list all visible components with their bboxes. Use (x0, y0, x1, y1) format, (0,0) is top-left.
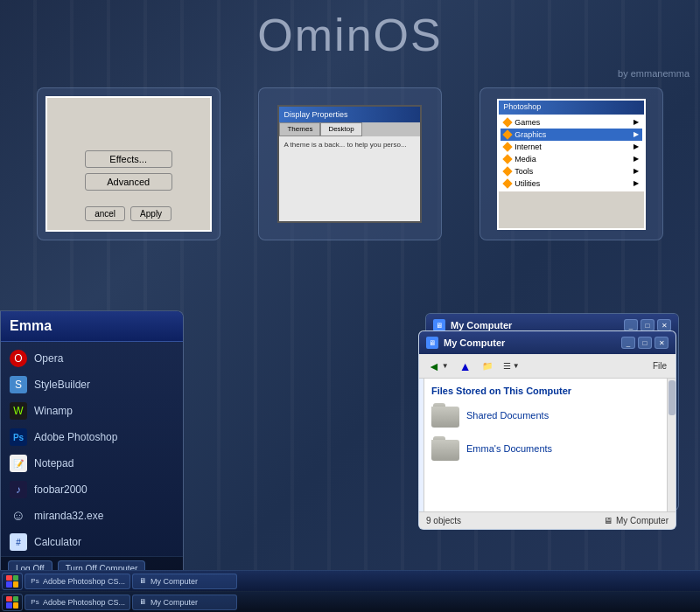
shared-documents-item[interactable]: Shared Documents (431, 403, 660, 428)
photoshop-task-label-2: Adobe Photoshop CS... (43, 598, 125, 607)
windows-logo-1 (6, 575, 18, 588)
mycomputer-icon-status: 🖥 (604, 516, 612, 525)
menu-item-games[interactable]: Games ▶ (500, 116, 642, 129)
diamond-icon-tools (503, 166, 513, 176)
mycomputer-window[interactable]: 🖥 My Computer _ □ ✕ ◄ ▼ ▲ 📁 ☰ ▼ (418, 330, 676, 530)
folders-button[interactable]: 📁 (479, 359, 496, 372)
shared-documents-icon (431, 403, 459, 428)
window-icon-back: 🖥 (433, 319, 445, 331)
menu-item-utilities[interactable]: Utilities ▶ (500, 177, 642, 190)
folder-body-2 (431, 440, 459, 461)
photoshop-task-label-1: Adobe Photoshop CS... (43, 577, 125, 586)
start-menu-item-opera[interactable]: O Opera (1, 345, 183, 372)
start-button-2[interactable] (2, 594, 23, 611)
programs-titlebar: Photoshop (499, 101, 644, 115)
display-properties-title: Display Properties (284, 110, 347, 119)
emma-documents-item[interactable]: Emma's Documents (431, 436, 660, 461)
start-menu-item-photoshop[interactable]: Ps Adobe Photoshop (1, 424, 183, 450)
taskbar-row-2: Ps Adobe Photoshop CS... 🖥 My Computer (0, 591, 700, 612)
taskbar-task-mycomputer-1[interactable]: 🖥 My Computer (132, 574, 237, 589)
shared-documents-label: Shared Documents (466, 410, 549, 421)
diamond-icon-graphics (503, 129, 513, 139)
window-toolbar: ◄ ▼ ▲ 📁 ☰ ▼ File (419, 354, 676, 379)
effects-dialog-preview: Effects... Advanced ancel Apply (46, 96, 212, 232)
menu-item-internet[interactable]: Internet ▶ (500, 141, 642, 153)
apply-button[interactable]: Apply (130, 206, 172, 221)
menu-item-media[interactable]: Media ▶ (500, 153, 642, 165)
opera-label: Opera (34, 352, 63, 365)
up-button[interactable]: ▲ (456, 358, 475, 375)
programs-menu-preview: Photoshop Games ▶ Graphics ▶ (497, 99, 646, 230)
window-statusbar: 9 objects 🖥 My Computer (419, 511, 676, 529)
desktop-tab[interactable]: Desktop (320, 122, 361, 136)
display-content: A theme is a back... to help you perso..… (279, 136, 420, 221)
os-credit: by emmanemma (618, 68, 690, 79)
minimize-button[interactable]: _ (621, 337, 635, 349)
foobar-label: foobar2000 (34, 483, 88, 496)
taskbar-task-photoshop-2[interactable]: Ps Adobe Photoshop CS... (24, 595, 130, 610)
winamp-icon: W (10, 402, 27, 420)
start-menu-item-calculator[interactable]: # Calculator (1, 529, 183, 555)
windows-logo-2 (6, 596, 18, 609)
statusbar-objects: 9 objects (426, 516, 461, 525)
up-arrow-icon: ▲ (459, 359, 472, 373)
display-properties-preview: Display Properties Themes Desktop A them… (277, 105, 422, 223)
start-menu-item-stylebuilder[interactable]: S StyleBuilder (1, 372, 183, 398)
cancel-button[interactable]: ancel (85, 206, 125, 221)
preview-frame-2: Display Properties Themes Desktop A them… (258, 87, 442, 240)
mycomputer-taskbar-icon-2: 🖥 (137, 597, 148, 608)
back-dropdown-icon: ▼ (442, 362, 449, 370)
desktop: OminOS by emmanemma Effects... Advanced … (0, 0, 700, 612)
taskbar-task-photoshop-1[interactable]: Ps Adobe Photoshop CS... (24, 574, 130, 589)
diamond-icon-utilities (503, 178, 513, 188)
views-button[interactable]: ☰ ▼ (500, 359, 523, 372)
start-menu-item-foobar[interactable]: ♪ foobar2000 (1, 476, 183, 503)
advanced-button[interactable]: Advanced (85, 173, 172, 191)
menu-item-graphics[interactable]: Graphics ▶ (500, 129, 642, 141)
calculator-label: Calculator (34, 536, 81, 548)
taskbar-task-mycomputer-2[interactable]: 🖥 My Computer (132, 595, 237, 610)
photoshop-icon: Ps (10, 428, 27, 446)
start-menu[interactable]: Emma O Opera S StyleBuilder W Winamp Ps … (0, 310, 184, 581)
preview-frame-3: Photoshop Games ▶ Graphics ▶ (480, 87, 663, 240)
menu-item-tools[interactable]: Tools ▶ (500, 165, 642, 177)
statusbar-label: My Computer (616, 516, 668, 525)
programs-menu: Games ▶ Graphics ▶ Internet ▶ (499, 115, 644, 191)
stylebuilder-label: StyleBuilder (34, 379, 90, 391)
file-menu-btn[interactable]: File (649, 359, 670, 372)
window-icon: 🖥 (426, 337, 438, 349)
start-menu-item-miranda[interactable]: ☺ miranda32.exe (1, 503, 183, 529)
start-menu-item-notepad[interactable]: 📝 Notepad (1, 450, 183, 476)
start-menu-username: Emma (10, 318, 52, 333)
start-menu-item-winamp[interactable]: W Winamp (1, 398, 183, 424)
preview-frame-1: Effects... Advanced ancel Apply (37, 87, 220, 240)
close-btn-back[interactable]: ✕ (657, 319, 671, 331)
window-content: Files Stored on This Computer Shared Doc… (419, 379, 676, 511)
winamp-label: Winamp (34, 405, 73, 417)
diamond-icon-internet (503, 142, 513, 151)
themes-tab[interactable]: Themes (279, 122, 320, 136)
section-title: Files Stored on This Computer (431, 386, 660, 396)
window-title-back: My Computer (451, 320, 619, 330)
window-controls-back: _ □ ✕ (624, 319, 671, 331)
close-button[interactable]: ✕ (654, 337, 668, 349)
start-button-1[interactable] (2, 573, 23, 590)
maximize-button[interactable]: □ (638, 337, 652, 349)
views-dropdown-icon: ▼ (513, 362, 520, 370)
maximize-btn-back[interactable]: □ (640, 319, 654, 331)
miranda-label: miranda32.exe (34, 510, 103, 522)
minimize-btn-back[interactable]: _ (624, 319, 638, 331)
stylebuilder-icon: S (10, 376, 27, 393)
back-button[interactable]: ◄ ▼ (424, 358, 452, 375)
effects-button[interactable]: Effects... (85, 150, 172, 168)
os-title: OminOS (0, 9, 700, 61)
taskbar-container: Ps Adobe Photoshop CS... 🖥 My Computer P… (0, 570, 700, 612)
calculator-icon: # (10, 533, 27, 551)
views-icon: ☰ (503, 361, 511, 371)
diamond-icon-games (503, 117, 513, 127)
folders-icon: 📁 (482, 361, 493, 371)
scrollbar-thumb (668, 380, 676, 415)
window-titlebar: 🖥 My Computer _ □ ✕ (419, 331, 676, 354)
window-scrollbar[interactable] (667, 379, 676, 511)
diamond-icon-media (503, 154, 513, 163)
